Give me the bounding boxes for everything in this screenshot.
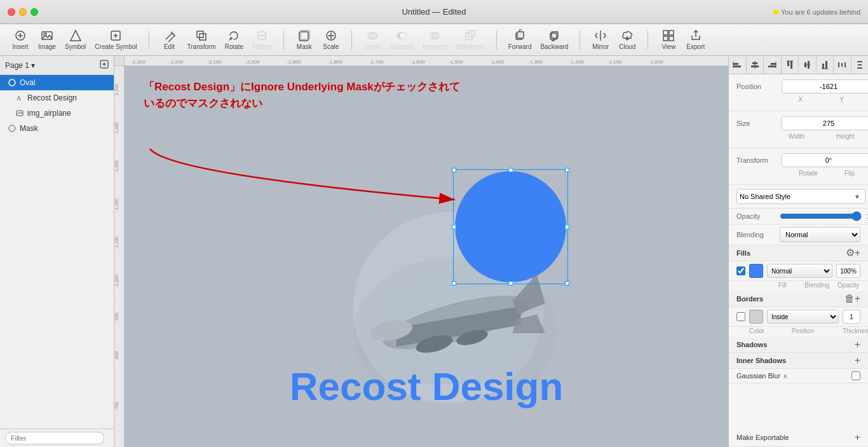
borders-add-icon[interactable]: + — [855, 294, 860, 304]
toolbar-divider-3 — [351, 31, 352, 50]
subtract-button[interactable]: Subtract — [386, 27, 417, 52]
transform-button[interactable]: Transform — [184, 27, 220, 52]
shadows-title: Shadows — [736, 341, 855, 348]
close-button[interactable] — [8, 8, 15, 16]
fill-color-swatch[interactable] — [749, 264, 763, 278]
add-layer-button[interactable] — [100, 60, 109, 71]
update-notice: You are 6 updates behind — [773, 8, 860, 16]
tab-align-right[interactable] — [764, 56, 782, 74]
window-title: Untitled — Edited — [402, 7, 466, 17]
position-sublabels: X Y — [736, 96, 860, 103]
svg-point-43 — [9, 125, 15, 132]
mirror-button[interactable]: Mirror — [588, 27, 613, 52]
tab-align-left[interactable] — [729, 56, 747, 74]
inner-shadows-header: Inner Shadows + — [729, 353, 868, 369]
shadows-add-icon[interactable]: + — [855, 340, 860, 350]
page-name: Page 1 — [5, 61, 29, 70]
oval-icon — [8, 78, 17, 87]
toolbar-divider-1 — [149, 31, 149, 50]
toolbar-divider-6 — [648, 31, 648, 50]
tab-align-center-h[interactable] — [747, 56, 764, 74]
make-exportable-add-icon[interactable]: + — [855, 432, 860, 443]
inner-shadows-add-icon[interactable]: + — [855, 355, 860, 366]
tab-align-bottom[interactable] — [817, 56, 834, 74]
fill-blending-select[interactable]: Normal — [767, 264, 832, 278]
annotation-line2: いるのでマスクされない — [144, 95, 460, 112]
shared-style-section: No Shared Style ▼ — [729, 185, 868, 209]
borders-title: Borders — [736, 295, 844, 303]
svg-rect-26 — [468, 31, 475, 37]
fill-opacity-input[interactable] — [836, 264, 860, 278]
border-position-select[interactable]: Inside Outside Center — [767, 310, 839, 324]
toolbar-mask-group: Mask Scale — [289, 27, 346, 52]
mask-button[interactable]: Mask — [292, 27, 317, 52]
border-checkbox[interactable] — [736, 312, 745, 321]
view-button[interactable]: View — [656, 27, 681, 52]
blending-section: Blending Normal — [729, 224, 868, 245]
svg-rect-77 — [841, 63, 843, 67]
position-section: Position X Y — [729, 74, 868, 111]
width-input[interactable] — [782, 116, 868, 130]
tab-align-center-v[interactable] — [799, 56, 817, 74]
borders-delete-icon[interactable]: 🗑 — [844, 294, 855, 304]
svg-rect-68 — [787, 61, 789, 66]
svg-rect-60 — [733, 65, 741, 67]
sidebar-header: Page 1 ▾ — [0, 56, 114, 75]
fills-add-icon[interactable]: + — [855, 248, 860, 258]
union-button[interactable]: Union — [360, 27, 385, 52]
border-thickness-input[interactable] — [843, 310, 860, 324]
mask-icon — [8, 124, 17, 133]
tab-distribute-v[interactable] — [851, 56, 869, 74]
difference-button[interactable]: Difference — [452, 27, 488, 52]
page-selector[interactable]: Page 1 ▾ — [5, 61, 35, 70]
annotation-line1: 「Recost Design」にIgnore Underlying Maskがチ… — [144, 79, 460, 95]
svg-rect-80 — [858, 64, 862, 65]
cloud-button[interactable]: Cloud — [614, 27, 640, 52]
rotate-button[interactable]: Rotate — [221, 27, 247, 52]
border-color-swatch[interactable] — [749, 310, 763, 324]
insert-button[interactable]: Insert — [8, 27, 33, 52]
forward-button[interactable]: Forward — [505, 27, 536, 52]
intersect-button[interactable]: Intersect — [419, 27, 451, 52]
gaussian-blur-checkbox[interactable] — [851, 371, 860, 380]
flatten-button[interactable]: Flatten — [248, 27, 276, 52]
rotate-input[interactable] — [782, 153, 868, 167]
ruler-corner — [114, 56, 125, 66]
edit-button[interactable]: Edit — [157, 27, 182, 52]
filter-input[interactable] — [5, 432, 104, 444]
titlebar: Untitled — Edited You are 6 updates behi… — [0, 0, 868, 24]
canvas[interactable]: 「Recost Design」にIgnore Underlying Maskがチ… — [125, 66, 728, 447]
svg-rect-79 — [857, 61, 862, 62]
create-symbol-button[interactable]: Create Symbol — [91, 27, 140, 52]
backward-button[interactable]: Backward — [536, 27, 572, 52]
tab-distribute-h[interactable] — [834, 56, 851, 74]
gaussian-blur-section: Gaussian Blur ∧ — [729, 369, 868, 383]
layer-item-recost[interactable]: A Recost Design — [0, 90, 114, 106]
layer-item-mask[interactable]: Mask — [0, 121, 114, 136]
blending-select[interactable]: Normal — [780, 227, 860, 242]
scale-button[interactable]: Scale — [318, 27, 344, 52]
sidebar-footer — [0, 429, 114, 447]
toolbar-edit-group: Edit Transform Rotate Flatten — [154, 27, 278, 52]
opacity-slider[interactable] — [780, 211, 862, 221]
svg-rect-59 — [733, 63, 738, 65]
layer-name-recost: Recost Design — [27, 93, 77, 102]
gaussian-expand-icon[interactable]: ∧ — [783, 373, 787, 380]
export-button[interactable]: Export — [682, 27, 709, 52]
svg-rect-72 — [808, 61, 810, 69]
position-x-input[interactable] — [782, 79, 868, 93]
tab-align-top[interactable] — [782, 56, 799, 74]
layer-item-oval[interactable]: Oval — [0, 75, 114, 90]
fill-checkbox[interactable] — [736, 266, 745, 275]
fills-settings-icon[interactable]: ⚙ — [846, 248, 855, 258]
image-button[interactable]: Image — [34, 27, 60, 52]
toolbar-tools-group: Mirror Cloud — [585, 27, 642, 52]
minimize-button[interactable] — [19, 8, 27, 16]
layer-item-airplane[interactable]: img_airplane — [0, 106, 114, 121]
shared-style-select[interactable]: No Shared Style — [736, 189, 865, 204]
toolbar-view-group: View Export — [653, 27, 711, 52]
svg-rect-74 — [822, 64, 824, 69]
symbol-button[interactable]: Symbol — [61, 27, 90, 52]
maximize-button[interactable] — [31, 8, 38, 16]
toolbar-arrange-group: Forward Backward — [502, 27, 575, 52]
